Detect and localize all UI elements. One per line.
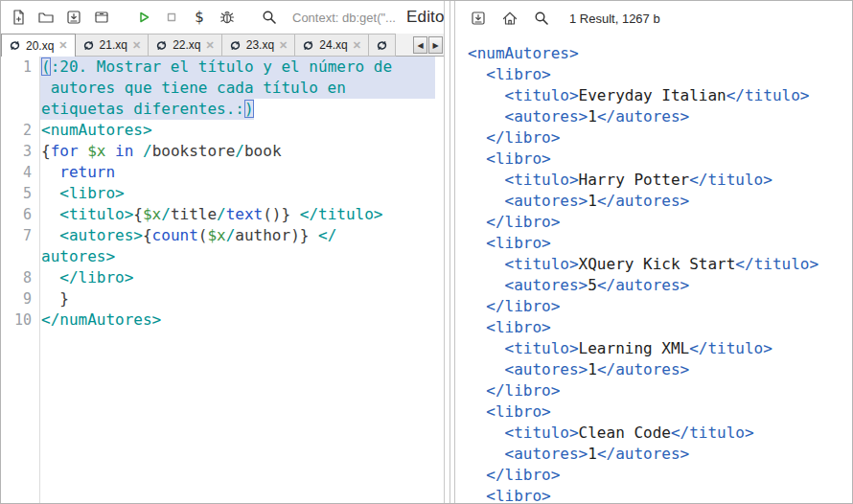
tab-bar-tabs: 20.xq✕21.xq✕22.xq✕23.xq✕24.xq✕ xyxy=(1,34,412,57)
result-line: </libro> xyxy=(468,212,853,233)
tab-bar: 20.xq✕21.xq✕22.xq✕23.xq✕24.xq✕ ◀ ▶ xyxy=(1,34,444,57)
find-result-button[interactable] xyxy=(532,9,551,28)
tab-label: 22.xq xyxy=(173,38,200,52)
code-line: 7 <autores>{count($x/author)} </ xyxy=(1,225,443,246)
tab-close-icon[interactable]: ✕ xyxy=(279,40,288,51)
tab-22.xq[interactable]: 22.xq✕ xyxy=(149,34,222,57)
code-line: 6 <titulo>{$x/title/text()} </titulo> xyxy=(1,204,443,225)
tab-label: 23.xq xyxy=(246,38,274,52)
xquery-editor[interactable]: 1(:20. Mostrar el título y el número de … xyxy=(1,57,443,503)
xquery-file-icon xyxy=(9,39,21,52)
gutter-separator xyxy=(39,57,40,503)
tab-23.xq[interactable]: 23.xq✕ xyxy=(222,34,296,57)
external-variables-button[interactable]: $ xyxy=(191,8,208,27)
code-line: autores> xyxy=(1,246,443,267)
result-line: <numAutores> xyxy=(468,43,853,64)
tab-close-icon[interactable]: ✕ xyxy=(353,40,361,51)
panel-title-editor: Editor xyxy=(406,8,450,27)
result-line: <titulo>Harry Potter</titulo> xyxy=(468,170,853,191)
tab-21.xq[interactable]: 21.xq✕ xyxy=(76,34,150,57)
xquery-file-icon xyxy=(155,39,168,52)
code-line: 3{for $x in /bookstore/book xyxy=(1,141,443,162)
result-line: <titulo>XQuery Kick Start</titulo> xyxy=(468,254,853,275)
tab-label: 21.xq xyxy=(100,38,127,52)
context-label: Context: db:get("... xyxy=(292,11,396,25)
save-icon xyxy=(65,9,82,26)
result-line: <titulo>Everyday Italian</titulo> xyxy=(468,85,853,106)
home-icon xyxy=(501,10,519,27)
search-icon xyxy=(261,9,278,26)
result-line: <libro> xyxy=(468,149,853,170)
code-line: 10</numAutores> xyxy=(1,309,443,331)
new-file-button[interactable] xyxy=(10,8,27,27)
code-line: 8 </libro> xyxy=(1,267,443,288)
result-line: <libro> xyxy=(468,486,853,504)
tab-close-icon[interactable]: ✕ xyxy=(206,40,215,51)
code-line: autores que tiene cada título en xyxy=(1,78,443,99)
xquery-file-icon xyxy=(82,39,95,52)
tab-scroll-left-button[interactable]: ◀ xyxy=(413,36,427,54)
code-line: 5 <libro> xyxy=(1,183,443,204)
tab-24.xq[interactable]: 24.xq✕ xyxy=(295,34,369,57)
svg-text:$: $ xyxy=(195,9,204,26)
line-number: 7 xyxy=(1,225,39,246)
line-number: 9 xyxy=(1,288,39,309)
xquery-file-icon xyxy=(229,39,242,52)
line-number xyxy=(1,78,39,99)
close-file-button[interactable] xyxy=(93,8,110,27)
save-file-button[interactable] xyxy=(65,8,82,27)
tab-label: 20.xq xyxy=(26,39,54,53)
result-line: <titulo>Clean Code</titulo> xyxy=(468,423,853,444)
open-folder-icon xyxy=(37,9,55,26)
line-number: 10 xyxy=(1,309,39,331)
line-number: 6 xyxy=(1,204,39,225)
run-icon xyxy=(135,9,152,26)
result-line: <libro> xyxy=(468,317,853,338)
result-panel: 1 Result, 1267 b <numAutores> <libro> <t… xyxy=(459,1,853,504)
tab-label: 24.xq xyxy=(319,38,347,52)
tab-close-icon[interactable]: ✕ xyxy=(58,40,67,51)
result-status: 1 Result, 1267 b xyxy=(569,11,660,26)
matched-bracket: ( xyxy=(41,57,51,76)
home-button[interactable] xyxy=(500,9,519,28)
line-number: 4 xyxy=(1,162,39,183)
line-number xyxy=(1,246,39,267)
editor-toolbar: $ Context: db:get("... Editor xyxy=(1,1,444,34)
result-line: </libro> xyxy=(468,296,853,317)
matched-bracket: ) xyxy=(244,100,254,118)
line-number: 3 xyxy=(1,141,39,162)
line-number: 2 xyxy=(1,120,39,141)
stop-button[interactable] xyxy=(163,8,180,27)
dollar-icon: $ xyxy=(191,9,208,26)
result-line: <autores>1</autores> xyxy=(468,359,853,380)
xquery-file-icon xyxy=(302,39,314,52)
result-toolbar: 1 Result, 1267 b xyxy=(459,1,853,35)
tab-20.xq[interactable]: 20.xq✕ xyxy=(1,34,76,57)
find-button[interactable] xyxy=(261,8,278,27)
line-number: 5 xyxy=(1,183,39,204)
result-view[interactable]: <numAutores> <libro> <titulo>Everyday It… xyxy=(459,43,853,504)
save-icon xyxy=(470,10,487,27)
panel-splitter[interactable] xyxy=(445,1,459,504)
save-result-button[interactable] xyxy=(469,9,488,28)
result-line: </libro> xyxy=(468,380,853,401)
result-line: <titulo>Learning XML</titulo> xyxy=(468,338,853,359)
code-line: 4 return xyxy=(1,162,443,183)
line-number: 1 xyxy=(1,57,39,78)
result-line: <libro> xyxy=(468,64,853,85)
result-line: <autores>5</autores> xyxy=(468,275,853,296)
open-file-button[interactable] xyxy=(37,8,55,27)
stop-icon xyxy=(163,9,180,26)
code-line: 2<numAutores> xyxy=(1,120,443,141)
tab-partial[interactable] xyxy=(369,34,396,57)
run-query-button[interactable] xyxy=(135,8,152,27)
tab-close-icon[interactable]: ✕ xyxy=(132,40,141,51)
code-line: etiquetas diferentes.:) xyxy=(1,99,443,120)
debug-button[interactable] xyxy=(219,8,236,27)
bug-icon xyxy=(219,9,236,26)
line-number xyxy=(1,99,39,120)
editor-panel: $ Context: db:get("... Editor 20.xq✕21.x… xyxy=(1,1,445,504)
line-number: 8 xyxy=(1,267,39,288)
tab-scroll-right-button[interactable]: ▶ xyxy=(428,36,443,54)
close-file-icon xyxy=(93,9,110,26)
